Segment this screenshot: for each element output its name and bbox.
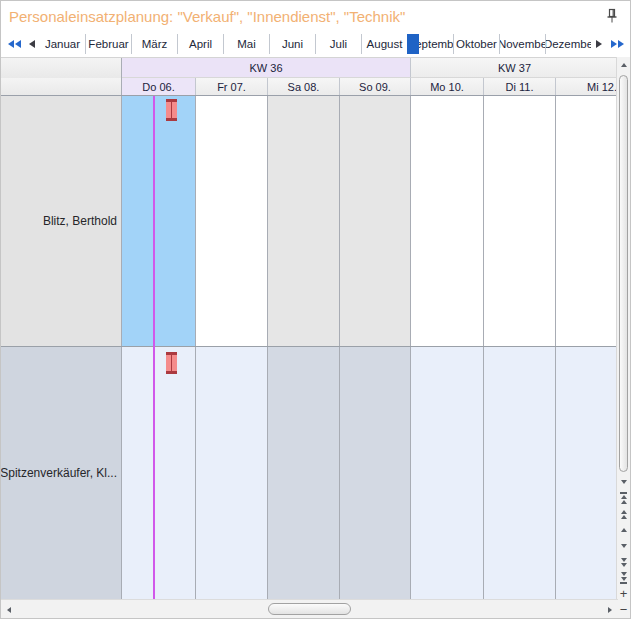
scroll-left-button[interactable] (1, 600, 17, 619)
day-cell[interactable] (556, 347, 618, 599)
vertical-scroll-track[interactable] (617, 73, 631, 474)
header-corner-cell-2 (1, 78, 122, 95)
day-cell[interactable] (484, 347, 556, 599)
double-left-triangle-icon (8, 40, 21, 48)
day-cell[interactable] (556, 96, 618, 346)
double-down-bar-icon (620, 582, 627, 584)
day-header-fr07[interactable]: Fr 07. (196, 78, 268, 95)
month-item-august[interactable]: August (361, 34, 407, 54)
scroll-down-button[interactable] (617, 474, 631, 490)
page-down-button[interactable] (617, 554, 631, 570)
vertical-scrollbar: + − (616, 57, 630, 618)
day-cell[interactable] (268, 347, 340, 599)
day-cell[interactable] (122, 96, 196, 346)
horizontal-scrollbar (1, 599, 618, 619)
scroll-right-button[interactable] (602, 600, 618, 619)
day-header-do06[interactable]: Do 06. (122, 78, 196, 95)
first-row-button[interactable] (617, 490, 631, 506)
header-corner-cell (1, 58, 122, 78)
month-item-april[interactable]: April (177, 34, 223, 54)
row-up-button[interactable] (617, 522, 631, 538)
resource-row-blitz: Blitz, Berthold (1, 96, 618, 347)
minus-icon: − (620, 605, 628, 615)
fast-next-button[interactable] (607, 34, 627, 54)
resource-label-blitz: Blitz, Berthold (1, 96, 122, 346)
resource-row-spitzenverkaeufer: Spitzenverkäufer, Kl... (1, 347, 618, 599)
month-item-februar[interactable]: Februar (85, 34, 131, 54)
double-right-triangle-icon (611, 40, 624, 48)
month-list: Januar Februar März April Mai Juni Juli … (40, 34, 591, 54)
page-up-button[interactable] (617, 506, 631, 522)
next-button[interactable] (591, 34, 607, 54)
last-row-button[interactable] (617, 570, 631, 586)
left-triangle-icon (7, 607, 11, 613)
day-cell[interactable] (484, 96, 556, 346)
down-triangle-icon (621, 544, 627, 548)
page-title: Personaleinsatzplanung: "Verkauf", "Inne… (9, 8, 602, 25)
appointment-marker[interactable] (166, 99, 177, 121)
month-item-dezember[interactable]: Dezembe (545, 34, 591, 54)
zoom-in-button[interactable]: + (617, 586, 631, 602)
row-down-button[interactable] (617, 538, 631, 554)
down-triangle-icon (621, 480, 627, 484)
double-down-icon (621, 563, 627, 567)
week-header-kw37: KW 37 (411, 58, 618, 78)
month-item-november[interactable]: Novembe (499, 34, 545, 54)
pin-icon (605, 8, 619, 24)
up-triangle-icon (621, 63, 627, 67)
current-time-line (153, 96, 155, 599)
fast-prev-button[interactable] (4, 34, 24, 54)
horizontal-scroll-track[interactable] (17, 600, 602, 619)
day-cell[interactable] (340, 347, 411, 599)
day-header-di11[interactable]: Di 11. (484, 78, 556, 95)
day-cell[interactable] (268, 96, 340, 346)
prev-button[interactable] (24, 34, 40, 54)
pin-button[interactable] (602, 6, 622, 26)
scheduler-grid: Blitz, Berthold Spitzenverkäufer, Kl... (1, 96, 618, 599)
month-item-juni[interactable]: Juni (269, 34, 315, 54)
day-cell[interactable] (411, 96, 484, 346)
month-item-oktober[interactable]: Oktober (453, 34, 499, 54)
scroll-up-button[interactable] (617, 57, 631, 73)
plus-icon: + (620, 589, 628, 599)
month-item-januar[interactable]: Januar (40, 34, 85, 54)
month-item-mai[interactable]: Mai (223, 34, 269, 54)
appointment-marker[interactable] (166, 352, 177, 374)
day-header-mo10[interactable]: Mo 10. (411, 78, 484, 95)
right-triangle-icon (608, 607, 612, 613)
day-header-mi12[interactable]: Mi 12. (556, 78, 618, 95)
day-header-sa08[interactable]: Sa 08. (268, 78, 340, 95)
scheduler-window: Personaleinsatzplanung: "Verkauf", "Inne… (0, 0, 631, 619)
vertical-scroll-thumb[interactable] (619, 75, 628, 472)
left-triangle-icon (29, 40, 35, 48)
week-header-kw36: KW 36 (122, 58, 411, 78)
right-triangle-icon (596, 40, 602, 48)
day-cell[interactable] (411, 347, 484, 599)
title-bar: Personaleinsatzplanung: "Verkauf", "Inne… (1, 1, 630, 31)
up-triangle-icon (621, 528, 627, 532)
day-header-so09[interactable]: So 09. (340, 78, 411, 95)
day-cell[interactable] (122, 347, 196, 599)
current-month-marker[interactable] (407, 34, 419, 54)
horizontal-scroll-thumb[interactable] (268, 603, 351, 615)
day-cell[interactable] (196, 347, 268, 599)
month-item-juli[interactable]: Juli (315, 34, 361, 54)
day-cell[interactable] (196, 96, 268, 346)
month-navigation-bar: Januar Februar März April Mai Juni Juli … (1, 31, 630, 57)
double-up-icon (621, 515, 627, 519)
resource-label-spitzenverkaeufer: Spitzenverkäufer, Kl... (1, 347, 122, 599)
zoom-out-button[interactable]: − (617, 602, 631, 618)
bar-double-up-icon (621, 500, 627, 504)
day-cell[interactable] (340, 96, 411, 346)
month-item-maerz[interactable]: März (131, 34, 177, 54)
day-header-row: Do 06. Fr 07. Sa 08. So 09. Mo 10. Di 11… (1, 78, 618, 96)
week-header-row: KW 36 KW 37 (1, 57, 618, 78)
